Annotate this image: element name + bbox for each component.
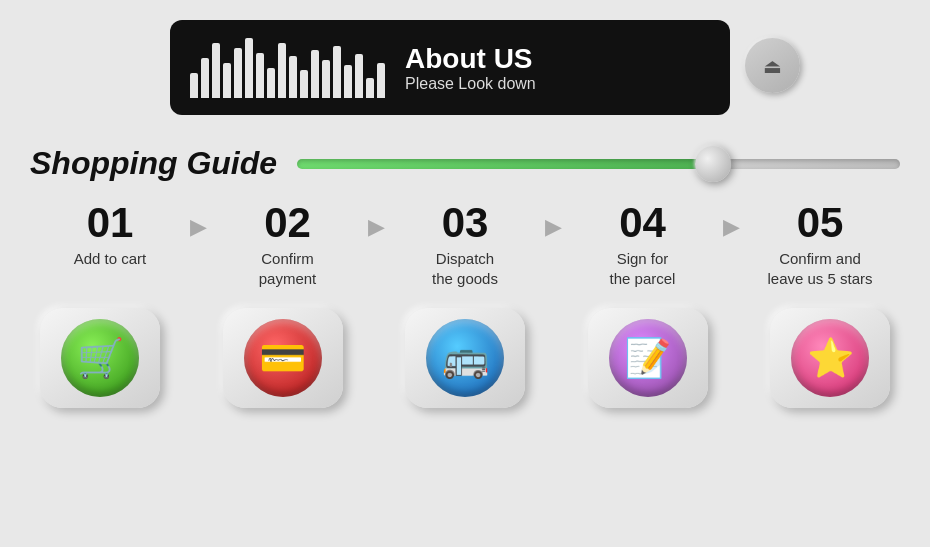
step-icon-1: 🛒 [61, 319, 139, 397]
shopping-section: Shopping Guide 01 Add to cart ▶ 02 Confi… [30, 145, 900, 413]
step-1-label: Add to cart [74, 249, 147, 269]
eject-icon: ⏏ [763, 54, 782, 78]
step-4-label: Sign forthe parcel [610, 249, 676, 288]
step-5-number: 05 [797, 202, 844, 244]
step-icon-btn-4[interactable]: 📝 [588, 308, 708, 408]
step-icon-btn-1[interactable]: 🛒 [40, 308, 160, 408]
icon-spacer-2 [359, 303, 389, 413]
step-3: 03 Dispatchthe goods [385, 202, 545, 288]
header-text: About US Please Look down [405, 43, 536, 93]
step-5-label: Confirm andleave us 5 stars [767, 249, 872, 288]
icons-row: 🛒 💳 🚌 📝 ⭐ [30, 303, 900, 413]
arrow-2: ▶ [368, 202, 385, 240]
header-banner: About US Please Look down [170, 20, 730, 115]
step-icon-5: ⭐ [791, 319, 869, 397]
arrow-4: ▶ [723, 202, 740, 240]
step-icon-wrap-1: 🛒 [30, 303, 170, 413]
step-icon-2: 💳 [244, 319, 322, 397]
step-5: 05 Confirm andleave us 5 stars [740, 202, 900, 288]
arrow-3: ▶ [545, 202, 562, 240]
guide-title: Shopping Guide [30, 145, 277, 182]
guide-header: Shopping Guide [30, 145, 900, 182]
equalizer-graphic [190, 38, 385, 98]
slider-track [297, 159, 900, 169]
step-icon-wrap-3: 🚌 [395, 303, 535, 413]
slider-container[interactable] [297, 154, 900, 174]
icon-spacer-4 [724, 303, 754, 413]
step-icon-btn-3[interactable]: 🚌 [405, 308, 525, 408]
step-icon-btn-2[interactable]: 💳 [223, 308, 343, 408]
steps-row: 01 Add to cart ▶ 02 Confirmpayment ▶ 03 … [30, 202, 900, 288]
header-subtitle: Please Look down [405, 75, 536, 93]
arrow-1: ▶ [190, 202, 207, 240]
step-3-number: 03 [442, 202, 489, 244]
icon-spacer-3 [541, 303, 571, 413]
step-icon-btn-5[interactable]: ⭐ [770, 308, 890, 408]
step-icon-4: 📝 [609, 319, 687, 397]
step-2-label: Confirmpayment [259, 249, 317, 288]
step-icon-wrap-5: ⭐ [760, 303, 900, 413]
eject-button[interactable]: ⏏ [745, 38, 800, 93]
header-title: About US [405, 43, 536, 75]
slider-thumb[interactable] [695, 146, 731, 182]
step-2: 02 Confirmpayment [208, 202, 368, 288]
step-1-number: 01 [87, 202, 134, 244]
step-icon-3: 🚌 [426, 319, 504, 397]
step-4: 04 Sign forthe parcel [563, 202, 723, 288]
step-4-number: 04 [619, 202, 666, 244]
step-2-number: 02 [264, 202, 311, 244]
step-3-label: Dispatchthe goods [432, 249, 498, 288]
step-1: 01 Add to cart [30, 202, 190, 269]
icon-spacer-1 [176, 303, 206, 413]
step-icon-wrap-4: 📝 [578, 303, 718, 413]
step-icon-wrap-2: 💳 [213, 303, 353, 413]
